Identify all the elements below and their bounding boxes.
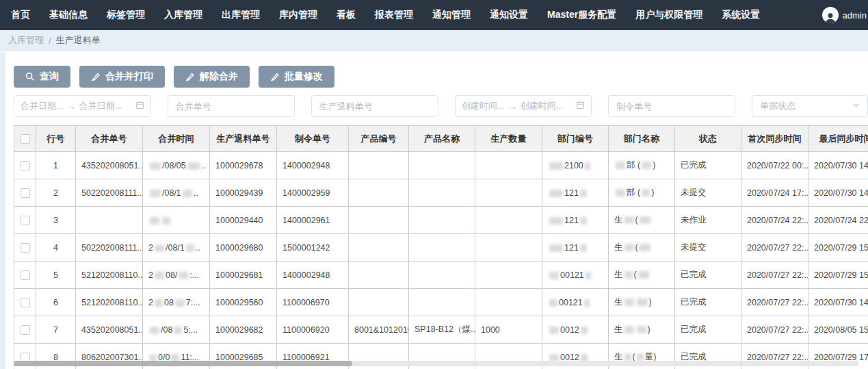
edit-icon (270, 72, 280, 81)
table-row[interactable]: 2502202008111.../08/1..10000294391400002… (14, 179, 868, 207)
nav-item-user-permission[interactable]: 用户与权限管理 (635, 9, 702, 21)
nav-item-home[interactable]: 首页 (11, 9, 30, 21)
merge-no-input[interactable] (168, 95, 295, 117)
cell-dept_no: 2100 (542, 152, 609, 179)
redacted-blur (624, 298, 634, 306)
edit-icon (185, 72, 195, 81)
cell-qty: 1000 (475, 316, 542, 344)
redacted-blur (616, 189, 625, 196)
calendar-icon (135, 101, 144, 112)
table-row[interactable]: 4502202008111...2/08/1..1000029680150000… (14, 234, 868, 262)
redacted-blur (150, 162, 161, 170)
cell-dept_name: 生( (609, 262, 675, 289)
horizontal-scrollbar-thumb[interactable] (14, 361, 352, 366)
nav-item-notify-settings[interactable]: 通知设置 (490, 9, 528, 21)
redacted-blur (150, 217, 159, 225)
cell-sel (14, 262, 36, 289)
row-checkbox[interactable] (21, 298, 30, 307)
row-checkbox[interactable] (21, 216, 30, 225)
cell-product_code (349, 289, 409, 316)
cell-sel (14, 179, 36, 207)
cell-merge_time: 2087:... (143, 289, 210, 316)
nav-item-warehouse-mgmt[interactable]: 库内管理 (279, 9, 317, 21)
user-menu[interactable]: admin (822, 7, 867, 23)
column-header-qty: 生产数量 (475, 126, 542, 152)
search-button[interactable]: 查询 (14, 66, 70, 88)
redacted-blur (155, 272, 164, 279)
merge-date-range-picker[interactable]: 合并日期... → 合并日期... (14, 95, 151, 117)
table-row[interactable]: 7435202008051.../085:...1000029682110000… (14, 316, 868, 344)
row-checkbox[interactable] (21, 188, 30, 198)
cell-status: 未作业 (675, 207, 741, 234)
merge-print-button[interactable]: 合并并打印 (79, 66, 165, 88)
cell-num: 6 (36, 289, 76, 316)
breadcrumb-parent[interactable]: 入库管理 (8, 34, 44, 47)
create-time-start: 创建时间... (462, 100, 505, 112)
redacted-blur (586, 272, 591, 279)
cell-product_name: SP18-B12（煤... (409, 316, 475, 344)
row-checkbox[interactable] (21, 270, 30, 280)
redacted-blur (162, 217, 170, 225)
order-no-input[interactable] (608, 95, 735, 117)
cell-status: 已完成 (675, 262, 741, 289)
cell-first_sync: 2020/07/24 22:... (741, 207, 808, 234)
redacted-blur (580, 217, 587, 225)
cell-first_sync: 2020/07/27 22:... (741, 234, 808, 262)
row-checkbox[interactable] (21, 325, 30, 335)
cell-order_no: 1400002959 (277, 179, 349, 207)
nav-item-report-mgmt[interactable]: 报表管理 (375, 9, 413, 21)
nav-item-outbound-mgmt[interactable]: 出库管理 (222, 9, 260, 21)
cell-product_code (349, 207, 409, 234)
redacted-blur (640, 244, 650, 251)
cell-dept_name: 生) (609, 316, 675, 344)
cell-return_no: 1000029560 (210, 289, 277, 316)
redacted-blur (179, 272, 188, 279)
table-row[interactable]: 6521202008110...2087:...1000029560110000… (14, 289, 868, 316)
horizontal-scrollbar-track[interactable] (14, 361, 858, 366)
redacted-blur (549, 272, 559, 279)
column-header-product_code: 产品编号 (349, 126, 409, 152)
table-row[interactable]: 1435202008051.../08/05..1000029678140000… (14, 152, 868, 179)
table-row[interactable]: 5521202008110...208/:...1000029681140000… (14, 262, 868, 289)
doc-status-select[interactable]: 单据状态 (752, 95, 868, 117)
cell-sel (14, 234, 36, 262)
nav-item-basic-info[interactable]: 基础信息 (49, 9, 88, 21)
cell-last_sync: 2020/07/30 14:... (808, 289, 868, 316)
search-button-label: 查询 (40, 71, 59, 83)
cell-merge_no: 502202008111... (76, 179, 143, 207)
cell-merge_no: 435202008051... (76, 316, 143, 344)
cell-num: 7 (36, 316, 76, 344)
batch-edit-button[interactable]: 批量修改 (259, 66, 334, 88)
create-time-range-picker[interactable]: 创建时间... → 创建时间... (455, 95, 592, 117)
redacted-blur (150, 190, 161, 197)
cell-return_no: 1000029682 (210, 316, 277, 344)
column-header-num: 行号 (36, 126, 76, 152)
range-arrow: → (508, 101, 516, 112)
nav-item-system-settings[interactable]: 系统设置 (722, 9, 760, 21)
cell-dept_no: 121 (542, 234, 609, 262)
nav-item-label-mgmt[interactable]: 标签管理 (107, 9, 145, 21)
nav-item-notify-mgmt[interactable]: 通知管理 (432, 9, 471, 21)
nav-item-dashboard[interactable]: 看板 (337, 9, 356, 21)
cell-num: 5 (36, 262, 76, 289)
cell-merge_time (143, 207, 210, 234)
row-checkbox[interactable] (21, 161, 30, 170)
column-header-dept_name: 部门名称 (609, 126, 675, 152)
cell-qty (475, 262, 542, 289)
cell-dept_name: 生) (609, 289, 675, 316)
select-all-checkbox[interactable] (21, 134, 30, 144)
redacted-blur (624, 271, 633, 279)
row-checkbox[interactable] (21, 243, 30, 253)
cell-last_sync: 2020/08/05 15:... (808, 316, 868, 344)
unmerge-button[interactable]: 解除合并 (174, 66, 250, 88)
cell-return_no: 1000029440 (210, 207, 277, 234)
cell-product_code (349, 179, 409, 207)
cell-order_no: 1100006970 (277, 289, 349, 316)
return-no-input[interactable] (311, 95, 438, 117)
nav-item-inbound-mgmt[interactable]: 入库管理 (164, 9, 202, 21)
nav-item-master-config[interactable]: Master服务配置 (547, 9, 616, 21)
table-row[interactable]: 310000294401400002961121生(未作业2020/07/24 … (14, 207, 868, 234)
column-header-first_sync: 首次同步时间 (741, 126, 808, 152)
cell-qty (475, 289, 542, 316)
cell-merge_time: /08/05.. (143, 152, 210, 179)
